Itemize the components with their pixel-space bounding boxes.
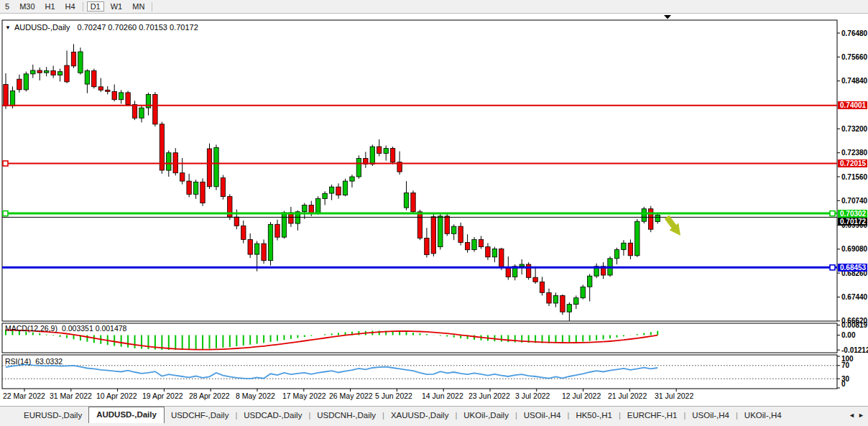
rsi-indicator-label: RSI(14)63.0332 bbox=[5, 357, 67, 366]
tabs-scroll-right-button[interactable]: ► bbox=[858, 412, 864, 419]
candle-body bbox=[303, 205, 307, 211]
candle-body bbox=[350, 177, 354, 181]
candle-body bbox=[356, 158, 361, 177]
candle-body bbox=[649, 209, 653, 230]
rsi-value: 63.0332 bbox=[35, 357, 63, 366]
candle-body bbox=[17, 79, 22, 90]
candle-body bbox=[45, 70, 49, 73]
candle-body bbox=[207, 149, 211, 187]
candle-body bbox=[282, 213, 286, 237]
chart-shift-marker-icon[interactable] bbox=[664, 15, 671, 19]
candle-body bbox=[193, 182, 198, 194]
chart-tab-hk50-h1[interactable]: HK50-,H1 bbox=[569, 409, 619, 423]
candles bbox=[4, 44, 660, 320]
candle-body bbox=[499, 249, 504, 267]
candle-body bbox=[275, 224, 280, 237]
candle-body bbox=[486, 247, 490, 257]
candle-body bbox=[635, 221, 640, 256]
candle-body bbox=[526, 264, 530, 277]
candle-body bbox=[567, 305, 571, 312]
chart-tab-ukoil-daily[interactable]: UKOil-,Daily bbox=[457, 409, 515, 423]
candle-body bbox=[411, 193, 415, 211]
dropdown-marker-icon[interactable]: ▼ bbox=[5, 24, 11, 31]
candle-body bbox=[180, 173, 185, 181]
chart-tabs-bar: ◄ ► EURUSD-,DailyAUDUSD-,DailyUSDCHF-,Da… bbox=[0, 406, 868, 423]
candle-body bbox=[655, 215, 660, 221]
candle-body bbox=[628, 243, 632, 256]
window-bottom-strip bbox=[0, 423, 868, 426]
candle-body bbox=[241, 226, 246, 239]
candle-body bbox=[506, 267, 510, 277]
chart-tab-usdcad-daily[interactable]: USDCAD-,Daily bbox=[237, 409, 308, 423]
level-handle-right-0.68453[interactable] bbox=[830, 265, 835, 270]
candle-body bbox=[4, 85, 8, 106]
chart-tab-xauusd-daily[interactable]: XAUUSD-,Daily bbox=[384, 409, 456, 423]
candle-body bbox=[71, 52, 75, 66]
candle-body bbox=[377, 147, 382, 153]
tabs-scroll-left-button[interactable]: ◄ bbox=[849, 412, 855, 419]
macd-name: MACD(12,26,9) bbox=[5, 324, 57, 333]
rsi-line bbox=[6, 364, 657, 379]
candle-body bbox=[553, 295, 558, 303]
candle-body bbox=[329, 187, 333, 193]
candle-body bbox=[221, 178, 225, 197]
candle-body bbox=[465, 243, 469, 250]
candle-body bbox=[57, 72, 62, 75]
down-arrow-annotation[interactable] bbox=[665, 216, 680, 236]
chart-tab-usoil-h4[interactable]: USOil-,H4 bbox=[517, 409, 568, 423]
chart-tab-audusd-daily[interactable]: AUDUSD-,Daily bbox=[88, 407, 165, 423]
chart-canvas bbox=[0, 0, 868, 426]
candle-body bbox=[248, 239, 252, 254]
chart-ohlc-values: 0.70247 0.70260 0.70153 0.70172 bbox=[78, 23, 198, 32]
candle-body bbox=[214, 147, 218, 186]
candle-body bbox=[547, 292, 551, 303]
level-handle-right-0.70302[interactable] bbox=[830, 211, 835, 216]
chart-tab-eurusd-daily[interactable]: EURUSD-,Daily bbox=[17, 409, 88, 423]
candle-body bbox=[98, 87, 103, 91]
candle-body bbox=[78, 52, 83, 73]
chart-tab-ukoil-h4[interactable]: UKOil-,H4 bbox=[738, 409, 788, 423]
candle-body bbox=[343, 181, 347, 195]
candle-body bbox=[533, 277, 537, 282]
rsi-name: RSI(14) bbox=[5, 357, 31, 366]
level-handle-left-0.70302[interactable] bbox=[3, 211, 8, 216]
chart-tab-usoil-h4[interactable]: USOil-,H4 bbox=[685, 409, 736, 423]
candle-body bbox=[431, 217, 435, 254]
candle-body bbox=[438, 216, 443, 247]
mt4-window: 5M30H1H4D1W1MN 0.764800.756600.748400.73… bbox=[0, 0, 868, 426]
candle-body bbox=[10, 91, 14, 106]
candle-body bbox=[390, 149, 394, 162]
chart-symbol-label: AUDUSD-,Daily bbox=[14, 23, 70, 32]
candle-body bbox=[92, 70, 96, 86]
candle-body bbox=[167, 153, 171, 170]
candle-body bbox=[132, 105, 137, 119]
candle-body bbox=[139, 108, 144, 118]
candle-body bbox=[417, 212, 422, 239]
chart-title: ▼AUDUSD-,Daily0.70247 0.70260 0.70153 0.… bbox=[5, 23, 198, 32]
chart-tab-usdcnh-daily[interactable]: USDCNH-,Daily bbox=[310, 409, 382, 423]
candle-body bbox=[51, 70, 55, 75]
candle-body bbox=[323, 193, 327, 198]
candle-body bbox=[520, 264, 524, 267]
macd-indicator-label: MACD(12,26,9)0.003351 0.001478 bbox=[5, 324, 131, 333]
candle-body bbox=[614, 250, 619, 259]
candle-body bbox=[479, 239, 483, 246]
candle-body bbox=[112, 91, 116, 99]
candle-body bbox=[254, 244, 259, 254]
candle-body bbox=[200, 182, 205, 203]
main-pane-frame bbox=[2, 20, 837, 321]
rsi-pane-frame bbox=[2, 355, 837, 389]
chart-tab-usdchf-daily[interactable]: USDCHF-,Daily bbox=[165, 409, 236, 423]
candle-body bbox=[540, 282, 544, 292]
candle-body bbox=[588, 276, 592, 287]
candle-body bbox=[119, 93, 123, 100]
level-handle-left-0.72015[interactable] bbox=[3, 161, 8, 166]
candle-body bbox=[85, 70, 89, 84]
candle-body bbox=[404, 193, 408, 208]
candle-body bbox=[458, 226, 463, 242]
chart-tab-eurchf-h1[interactable]: EURCHF-,H1 bbox=[621, 409, 684, 423]
candle-body bbox=[472, 239, 476, 249]
candle-body bbox=[622, 243, 626, 249]
candle-body bbox=[370, 147, 374, 164]
candle-body bbox=[445, 216, 449, 233]
